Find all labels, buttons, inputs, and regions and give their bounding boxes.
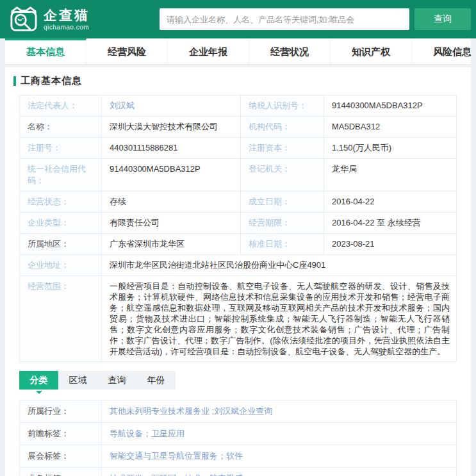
section-title: 工商基本信息 [13, 75, 457, 87]
nav-tab[interactable]: 企业年报 [168, 38, 249, 64]
subtab[interactable]: 区域 [58, 371, 97, 390]
row-value: MA5DBA312 [324, 117, 457, 138]
business-info-table: 法定代表人：刘汉斌纳税人识别号：91440300MA5DBA312P名称：深圳大… [19, 95, 457, 362]
row-label: 所属地区： [20, 234, 102, 255]
row-label: 企业类型： [20, 213, 102, 234]
tag-links[interactable]: 导航设备；卫星应用 [102, 423, 457, 445]
tags-table: 所属行业：其他未列明专业技术服务业 ;刘汉斌企业查询前瞻标签：导航设备；卫星应用… [19, 400, 457, 476]
row-label: 纳税人识别号： [241, 95, 324, 117]
row-label: 前瞻标签： [20, 423, 102, 445]
row-value: 存续 [102, 192, 241, 213]
row-label: 经营期限： [241, 213, 324, 234]
row-label: 机构代码： [241, 117, 324, 138]
row-value: 91440300MA5DBA312P [324, 95, 457, 117]
table-row: 经营范围：一般经营项目是：自动控制设备、航空电子设备、无人驾驶航空器的研发、设计… [20, 276, 457, 362]
table-row: 所属行业：其他未列明专业技术服务业 ;刘汉斌企业查询 [20, 400, 457, 423]
row-value: 2016-04-22 至 永续经营 [324, 213, 457, 234]
row-value: 440301115886281 [102, 138, 241, 159]
content-card: 工商基本信息 法定代表人：刘汉斌纳税人识别号：91440300MA5DBA312… [5, 67, 471, 476]
nav-tab[interactable]: 风险信息 [412, 38, 471, 64]
table-row: 前瞻标签：导航设备；卫星应用 [20, 423, 457, 445]
row-label: 所属行业： [20, 400, 102, 423]
search-input[interactable] [160, 8, 409, 30]
search-bar: 查询 [160, 8, 471, 30]
tag-links[interactable]: 智能交通与卫星导航位置服务；软件 [102, 445, 457, 468]
nav-tab[interactable]: 经营状况 [249, 38, 331, 64]
row-label: 登记机关： [241, 159, 324, 192]
row-value: 一般经营项目是：自动控制设备、航空电子设备、无人驾驶航空器的研发、设计、销售及技… [102, 276, 457, 362]
row-value: 91440300MA5DBA312P [102, 159, 241, 192]
brand-domain: qichamao.com [44, 24, 90, 31]
nav-tab[interactable]: 知识产权 [331, 38, 412, 64]
table-row: 企业地址：深圳市龙华区民治街道北站社区民治股份商业中心C座4901 [20, 255, 457, 276]
row-value: 有限责任公司 [102, 213, 241, 234]
row-label: 展会标签： [20, 445, 102, 468]
table-row: 展会标签：智能交通与卫星导航位置服务；软件 [20, 445, 457, 468]
cat-magnifier-icon [9, 6, 38, 33]
search-button[interactable]: 查询 [414, 8, 471, 30]
row-value: 深圳市龙华区民治街道北站社区民治股份商业中心C座4901 [102, 255, 457, 276]
row-label: 成立日期： [241, 192, 324, 213]
row-label: 业务标签： [20, 468, 102, 476]
row-value: 2016-04-22 [324, 192, 457, 213]
subtab[interactable]: 分类 [19, 371, 58, 390]
nav-tabs: 基本信息经营风险企业年报经营状况知识产权风险信息 [5, 38, 471, 65]
table-row: 业务标签：技术开发；互联网；技术；航空遥感 [20, 468, 457, 476]
tag-links[interactable]: 其他未列明专业技术服务业 ;刘汉斌企业查询 [102, 400, 457, 423]
row-label: 经营范围： [20, 276, 102, 362]
row-value: 2023-08-21 [324, 234, 457, 255]
table-row: 统一社会信用代码：91440300MA5DBA312P登记机关：龙华局 [20, 159, 457, 192]
row-label: 经营状态： [20, 192, 102, 213]
nav-tab[interactable]: 基本信息 [5, 38, 86, 64]
row-value: 龙华局 [324, 159, 457, 192]
brand-logo[interactable]: 企查猫 qichamao.com [9, 6, 90, 33]
subtab[interactable]: 年份 [136, 371, 176, 390]
table-row: 注册号：440301115886281注册资本：1,150(万人民币) [20, 138, 457, 159]
section-accent-bar [13, 76, 16, 86]
nav-tab[interactable]: 经营风险 [86, 38, 168, 64]
row-value-link[interactable]: 刘汉斌 [102, 95, 241, 117]
row-value: 深圳大漠大智控技术有限公司 [102, 117, 241, 138]
table-row: 名称：深圳大漠大智控技术有限公司机构代码：MA5DBA312 [20, 117, 457, 138]
row-label: 核准日期： [241, 234, 324, 255]
section-title-text: 工商基本信息 [21, 75, 82, 87]
table-row: 所属地区：广东省深圳市龙华区核准日期：2023-08-21 [20, 234, 457, 255]
header: 企查猫 qichamao.com 查询 [0, 0, 476, 38]
row-label: 企业地址： [20, 255, 102, 276]
row-value: 1,150(万人民币) [324, 138, 457, 159]
row-label: 名称： [20, 117, 102, 138]
table-row: 法定代表人：刘汉斌纳税人识别号：91440300MA5DBA312P [20, 95, 457, 117]
subtab[interactable]: 查询 [97, 371, 136, 390]
brand-name: 企查猫 [44, 8, 90, 22]
table-row: 经营状态：存续成立日期：2016-04-22 [20, 192, 457, 213]
row-label: 注册号： [20, 138, 102, 159]
table-row: 企业类型：有限责任公司经营期限：2016-04-22 至 永续经营 [20, 213, 457, 234]
row-label: 注册资本： [241, 138, 324, 159]
row-value: 广东省深圳市龙华区 [102, 234, 241, 255]
tag-links[interactable]: 技术开发；互联网；技术；航空遥感 [102, 468, 457, 476]
row-label: 法定代表人： [20, 95, 102, 117]
filter-subtabs: 分类区域查询年份 [19, 371, 176, 390]
row-label: 统一社会信用代码： [20, 159, 102, 192]
